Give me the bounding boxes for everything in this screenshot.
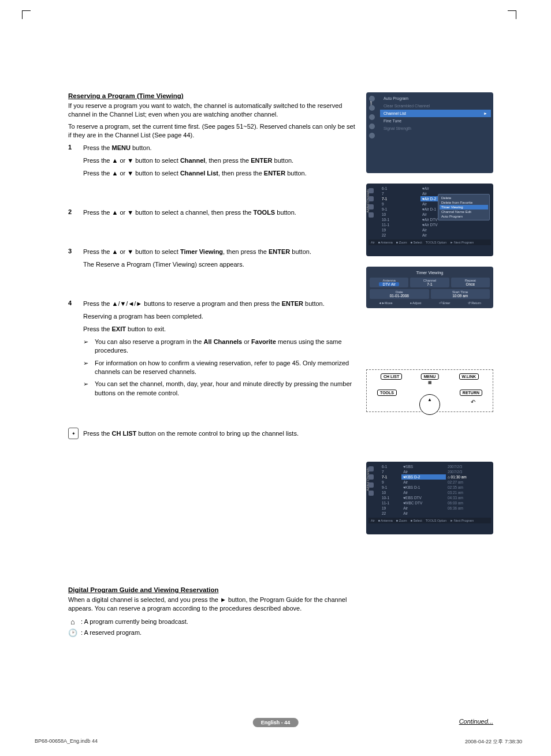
popover-item: Channel Name Edit xyxy=(440,209,488,214)
step-item: 3Press the ▲ or ▼ button to select Timer… xyxy=(68,248,357,273)
step-line: Press the ▲ or ▼ button to select Channe… xyxy=(83,156,307,166)
step-line: The Reserve a Program (Timer Viewing) sc… xyxy=(83,260,311,270)
page-number-badge: English - 44 xyxy=(253,718,299,727)
timer-hint: ⏎ Enter xyxy=(439,301,451,305)
menu-row: Fine Tune xyxy=(380,117,491,125)
step-item: 2Press the ▲ or ▼ button to select a cha… xyxy=(68,208,357,221)
menu-icon xyxy=(369,105,375,111)
section1-title: Reserving a Program (Time Viewing) xyxy=(68,92,357,99)
note-item: You can set the channel, month, day, yea… xyxy=(83,380,357,398)
footerbar-item: Air xyxy=(371,519,375,522)
footer-timestamp: 2008-04-22 오후 7:38:30 xyxy=(465,738,522,746)
step-number: 4 xyxy=(68,300,83,401)
popover-item: Auto Program xyxy=(440,214,488,219)
guide-row: 11-1♥MBC DTV06:00 am xyxy=(380,500,490,506)
menu-grid-icon: ▦ xyxy=(428,380,432,385)
timer-cell: AntennaDTV Air xyxy=(370,278,408,287)
menu-icon xyxy=(369,96,375,102)
step-line: Press the MENU button. xyxy=(83,144,307,153)
menu-row: Channel List► xyxy=(380,110,491,117)
footerbar-item: TOOLS Option xyxy=(426,241,446,244)
guide-row: 9Air02:27 am xyxy=(380,480,490,485)
footerbar-item: ■ Zoom xyxy=(396,519,407,522)
step-line: Press the ▲ or ▼ button to select Timer … xyxy=(83,248,311,257)
remote-chlist-button[interactable]: CH LIST xyxy=(381,373,402,380)
footerbar-item: ■ Select xyxy=(411,241,422,244)
guide-row: 6-1♥SBS2007/2/3 xyxy=(380,464,490,469)
chlist-footerbar: Air■ Antenna■ Zoom■ SelectTOOLS Option► … xyxy=(368,239,491,245)
channel-row: 11-1♥Air DTV xyxy=(380,222,490,227)
step-line: Reserving a program has been completed. xyxy=(83,312,357,321)
timer-hint: ◄►Move xyxy=(378,301,392,305)
crop-mark-tl xyxy=(22,10,31,19)
step-line: Press the EXIT button to exit. xyxy=(83,325,357,334)
step-line: Press the ▲ or ▼ button to select Channe… xyxy=(83,169,307,178)
step-item: 1Press the MENU button.Press the ▲ or ▼ … xyxy=(68,144,357,182)
footerbar-item: ■ Select xyxy=(411,519,422,522)
note-item: You can also reserve a program in the Al… xyxy=(83,338,357,355)
guide-row: 9-1♥KBS D-102:35 am xyxy=(380,485,490,490)
legend-item: ⌂: A program currently being broadcast. xyxy=(68,617,357,626)
timer-hint: ↺ Return xyxy=(468,301,481,305)
step-item: 4Press the ▲/▼/◄/► buttons to reserve a … xyxy=(68,300,357,401)
timer-cell: Channel7-1 xyxy=(410,278,449,287)
menu-icon xyxy=(369,123,375,129)
footerbar-item: Air xyxy=(371,241,375,244)
step-body: Press the ▲/▼/◄/► buttons to reserve a p… xyxy=(83,300,357,401)
popover-item: Delete xyxy=(440,196,488,200)
footerbar-item: ► Next Program xyxy=(450,519,474,522)
step-line: Press the ▲ or ▼ button to select a chan… xyxy=(83,208,296,218)
step-number: 2 xyxy=(68,208,83,221)
legend-item: 🕑: A reserved program. xyxy=(68,628,357,637)
note-item: For information on how to confirm a view… xyxy=(83,359,357,377)
guide-row: 22Air xyxy=(380,511,490,516)
step-number: 3 xyxy=(68,248,83,273)
popover-item: Delete from Favorite xyxy=(440,200,488,205)
timer-title: Timer Viewing xyxy=(370,270,490,275)
osd-channel-list: Added Channels 6-1♥Air7Air7-1♥Air D-29Ai… xyxy=(366,184,493,256)
footer-filename: BP68-00658A_Eng.indb 44 xyxy=(35,738,98,746)
step-line: Press the ▲/▼/◄/► buttons to reserve a p… xyxy=(83,300,357,309)
osd-program-guide: Added Channels 6-1♥SBS2007/2/37Air2007/2… xyxy=(366,462,493,534)
remote-tools-button[interactable]: TOOLS xyxy=(377,390,397,396)
menu-row: Clear Scrambled Channel xyxy=(380,102,491,110)
step-body: Press the ▲ or ▼ button to select Timer … xyxy=(83,248,311,273)
guide-row: 7-1♥KBS D-2⌂ 01:30 am xyxy=(380,474,490,480)
menu-row: Signal Strength xyxy=(380,125,491,132)
step-body: Press the ▲ or ▼ button to select a chan… xyxy=(83,208,296,221)
popover-item: Timer Viewing xyxy=(440,205,488,209)
menu-iconcol xyxy=(367,96,377,139)
remote-tip-text: Press the CH LIST button on the remote c… xyxy=(83,430,299,437)
channel-row: 19Air xyxy=(380,227,490,233)
guide-row: 7Air2007/2/3 xyxy=(380,469,490,474)
legend: ⌂: A program currently being broadcast.🕑… xyxy=(68,617,357,637)
guide-row: 19Air06:36 am xyxy=(380,506,490,511)
footerbar-item: TOOLS Option xyxy=(426,519,446,522)
footerbar-item: ■ Zoom xyxy=(396,241,407,244)
osd-channel-menu: Channel Auto ProgramClear Scrambled Chan… xyxy=(366,92,493,173)
timer-hint: ♦ Adjust xyxy=(410,301,421,305)
remote-menu-button[interactable]: MENU xyxy=(421,373,439,380)
step-notes: You can also reserve a program in the Al… xyxy=(83,338,357,398)
section1-intro1: If you reserve a program you want to wat… xyxy=(68,102,357,119)
footerbar-item: ■ Antenna xyxy=(378,519,393,522)
footerbar-item: ■ Antenna xyxy=(378,241,393,244)
crop-mark-tr xyxy=(508,10,516,19)
legend-icon: ⌂ xyxy=(68,617,77,626)
guide-row: 10Air03:21 am xyxy=(380,490,490,495)
remote-icon: ✦ xyxy=(68,428,79,439)
channel-row: 6-1♥Air xyxy=(380,186,490,191)
remote-control-diagram: CH LIST MENU W.LINK TOOLS RETURN ▲ ↶ ▦ xyxy=(366,369,493,412)
channel-row: 22Air xyxy=(380,233,490,238)
timer-cell: Date01-01-2008 xyxy=(370,289,429,299)
menu-row: Auto Program xyxy=(380,95,491,102)
osd-timer-viewing: Timer Viewing AntennaDTV AirChannel7-1Re… xyxy=(366,267,493,308)
menu-icon xyxy=(369,114,375,120)
legend-text: : A program currently being broadcast. xyxy=(81,618,188,625)
dpad-up-icon: ▲ xyxy=(427,397,432,402)
legend-text: : A reserved program. xyxy=(81,629,142,636)
guide-row: 10-1♥EBS DTV04:33 am xyxy=(380,495,490,500)
remote-return-button[interactable]: RETURN xyxy=(460,390,482,396)
footerbar-item: ► Next Program xyxy=(450,241,474,244)
remote-wlink-button[interactable]: W.LINK xyxy=(459,373,479,380)
